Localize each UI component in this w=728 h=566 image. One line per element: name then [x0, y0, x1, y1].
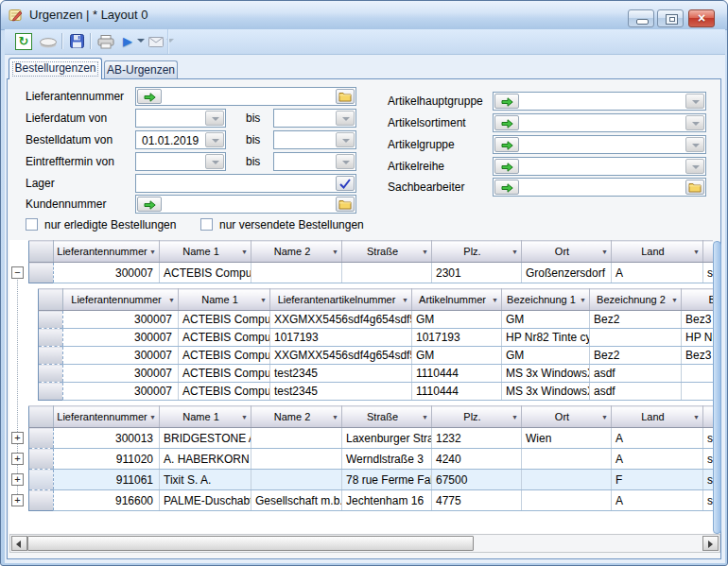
print-button[interactable] — [95, 31, 117, 52]
titlebar[interactable]: Urgenzen | * Layout 0 × — [1, 1, 727, 30]
row-indicator[interactable] — [39, 365, 63, 383]
cell[interactable]: XXGMXX5456sdf4g654sdf54 — [270, 311, 412, 329]
supplier-row[interactable]: 911061Tixit S. A.78 rue Ferme Fal67500Fs… — [29, 470, 714, 490]
cell[interactable] — [522, 490, 612, 511]
cell[interactable]: 300007 — [63, 365, 179, 383]
row-indicator[interactable] — [39, 347, 63, 365]
go-arrow-button[interactable] — [494, 159, 519, 174]
column-header[interactable]: Land▼ — [612, 406, 703, 428]
save-button[interactable] — [65, 31, 88, 52]
artikelreihe-field[interactable] — [493, 157, 706, 176]
filter-icon[interactable]: ▼ — [492, 297, 498, 304]
artikelsortiment-field[interactable] — [493, 113, 706, 132]
column-header[interactable]: Straße▼ — [342, 241, 432, 263]
column-header[interactable]: Bezeichnung 2▼ — [590, 289, 682, 311]
go-arrow-button[interactable] — [137, 89, 162, 104]
calendar-dropdown-button[interactable] — [205, 132, 224, 147]
filter-icon[interactable]: ▼ — [580, 297, 586, 304]
column-header[interactable]: Lieferantennummer▼ — [54, 406, 160, 428]
filter-icon[interactable]: ▼ — [402, 297, 408, 304]
row-indicator[interactable] — [29, 428, 54, 449]
cell[interactable]: 78 rue Ferme Fal — [342, 470, 432, 490]
row-indicator[interactable] — [39, 383, 63, 401]
filter-icon[interactable]: ▼ — [241, 414, 248, 421]
cell[interactable]: ACTEBIS Comput — [179, 365, 270, 383]
filter-icon[interactable]: ▼ — [693, 414, 700, 421]
column-header[interactable]: Ort▼ — [522, 406, 612, 428]
cell[interactable]: Bez2 — [590, 311, 682, 329]
expand-button[interactable]: + — [11, 453, 24, 465]
cell[interactable] — [682, 365, 714, 383]
go-arrow-button[interactable] — [494, 115, 519, 130]
cell[interactable]: Bez3 — [682, 311, 714, 329]
cell[interactable]: GM — [412, 311, 502, 329]
column-header[interactable]: Name 1▼ — [179, 289, 270, 311]
cell[interactable] — [682, 383, 714, 401]
cell[interactable]: GM — [502, 311, 590, 329]
column-header[interactable]: Lieferantennummer▼ — [63, 289, 179, 311]
cell[interactable] — [251, 263, 342, 283]
row-indicator[interactable] — [39, 329, 63, 347]
cell[interactable]: asdf — [590, 365, 682, 383]
supplier-row[interactable]: 911020A. HABERKORN &Werndlstraße 34240As… — [29, 449, 714, 470]
cell[interactable]: sup — [703, 470, 714, 490]
cell[interactable]: Jechtenham 16 — [342, 490, 432, 511]
cell[interactable]: ACTEBIS Comput — [179, 329, 270, 347]
cell[interactable]: 1017193 — [412, 329, 502, 347]
cell[interactable]: ACTEBIS Comput — [160, 263, 251, 283]
dropdown-button[interactable] — [685, 137, 704, 152]
cell[interactable]: BRIDGESTONE A — [160, 428, 251, 449]
refresh-button[interactable]: ↻ — [12, 31, 35, 52]
cell[interactable]: Werndlstraße 3 — [342, 449, 432, 470]
cell[interactable]: 916600 — [54, 490, 160, 511]
column-header[interactable]: Name 1▼ — [160, 406, 251, 428]
cell[interactable]: A — [612, 490, 703, 511]
filter-icon[interactable]: ▼ — [332, 414, 338, 421]
dropdown-button[interactable] — [685, 159, 704, 174]
filter-icon[interactable]: ▼ — [671, 297, 678, 304]
cell[interactable]: test2345 — [270, 383, 412, 401]
detail-row[interactable]: 300007ACTEBIS Comput10171931017193HP Nr8… — [39, 329, 714, 347]
filter-icon[interactable]: ▼ — [693, 249, 700, 256]
tab-ab-urgenzen[interactable]: AB-Urgenzen — [104, 60, 178, 79]
cell[interactable] — [251, 470, 342, 490]
calendar-dropdown-button[interactable] — [205, 154, 224, 169]
filter-icon[interactable]: ▼ — [601, 414, 608, 421]
cell[interactable]: sup — [703, 263, 714, 283]
filter-icon[interactable]: ▼ — [149, 249, 156, 256]
cell[interactable]: F — [612, 470, 703, 490]
supplier-row[interactable]: 916600PALME-DuschabtrGesellschaft m.b.Je… — [29, 490, 714, 511]
cell[interactable]: 1232 — [432, 428, 522, 449]
cell[interactable]: 67500 — [432, 470, 522, 490]
cell[interactable]: 911061 — [54, 470, 160, 490]
cell[interactable]: A. HABERKORN & — [160, 449, 251, 470]
cell[interactable]: 300007 — [54, 263, 160, 283]
horizontal-scrollbar[interactable] — [9, 534, 720, 553]
filter-icon[interactable]: ▼ — [422, 414, 428, 421]
cell[interactable]: 1017193 — [270, 329, 412, 347]
supplier-row[interactable]: 300013BRIDGESTONE ALaxenburger Stra1232W… — [29, 428, 714, 449]
calendar-dropdown-button[interactable] — [336, 111, 355, 126]
filter-icon[interactable]: ▼ — [332, 249, 338, 256]
calendar-dropdown-button[interactable] — [205, 111, 224, 126]
column-header[interactable]: Ort▼ — [522, 241, 612, 263]
lager-field[interactable] — [135, 174, 356, 193]
lieferantennummer-field[interactable] — [135, 87, 356, 106]
filter-icon[interactable]: ▼ — [422, 249, 428, 256]
cell[interactable] — [522, 470, 612, 490]
filter-icon[interactable]: ▼ — [241, 249, 248, 256]
cell[interactable]: A — [612, 449, 703, 470]
column-header[interactable]: Bezeichnung 3▼ — [682, 289, 714, 311]
folder-lookup-button[interactable] — [685, 180, 704, 195]
cell[interactable] — [251, 428, 342, 449]
filter-icon[interactable]: ▼ — [511, 414, 518, 421]
go-arrow-button[interactable] — [494, 180, 519, 195]
expand-button[interactable]: + — [11, 473, 24, 486]
calendar-dropdown-button[interactable] — [336, 154, 355, 169]
cell[interactable]: 2301 — [432, 263, 522, 283]
cell[interactable]: Tixit S. A. — [160, 470, 251, 490]
dropdown-button[interactable] — [685, 94, 704, 109]
lieferdatum-von-field[interactable] — [135, 109, 226, 128]
lieferdatum-bis-field[interactable] — [273, 109, 356, 128]
cell[interactable]: asdf — [590, 383, 682, 401]
